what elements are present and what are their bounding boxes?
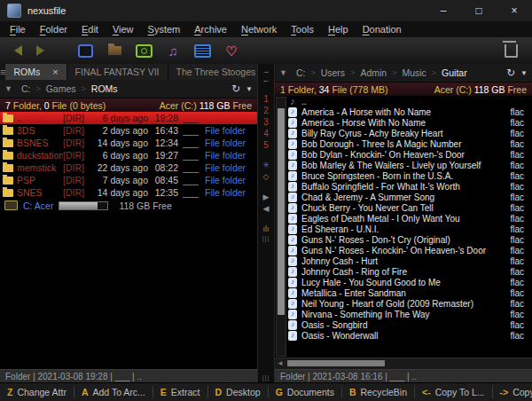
divider-number-3[interactable]: 3 bbox=[263, 116, 269, 128]
file-row-3ds[interactable]: 3DS[DIR]2 days ago16:43___File folder bbox=[0, 124, 257, 137]
menu-donation[interactable]: Donation bbox=[356, 24, 409, 35]
minimize-button[interactable]: – bbox=[426, 0, 461, 21]
divider-number-4[interactable]: 4 bbox=[263, 128, 269, 139]
file-row-eagles-of-death-metal-i-only-want-you[interactable]: ♪Eagles of Death Metal - I Only Want You… bbox=[288, 213, 532, 224]
play-right-icon[interactable]: ▶ bbox=[263, 192, 270, 203]
file-row-buffalo-springfield-for-what-it-s-worth[interactable]: ♪Buffalo Springfield - For What It-'s Wo… bbox=[288, 181, 532, 192]
menu-network[interactable]: Network bbox=[234, 24, 284, 35]
crumb-roms[interactable]: ROMs bbox=[86, 83, 123, 94]
file-row-america-horse-with-no-name[interactable]: ♪America - Horse With No Nameflac bbox=[288, 117, 532, 128]
menu-system[interactable]: System bbox=[141, 24, 188, 35]
hotkey-label: Change Attr bbox=[17, 387, 66, 397]
tab-close-icon[interactable]: × bbox=[52, 67, 58, 77]
dropdown-icon[interactable]: ▼ bbox=[520, 69, 528, 77]
vertical-scrollbar-thumb[interactable] bbox=[278, 108, 285, 315]
close-button[interactable]: × bbox=[497, 0, 532, 21]
maximize-button[interactable]: □ bbox=[461, 0, 497, 21]
tab-the-three-stooges[interactable]: The Three Stooges bbox=[168, 64, 265, 80]
file-row-oasis-wonderwall[interactable]: ♪Oasis - Wonderwallflac bbox=[288, 330, 532, 341]
diamond-icon[interactable]: ◇ bbox=[263, 171, 270, 183]
file-row-bob-dylan-knockin-on-heaven-s-door[interactable]: ♪Bob Dylan - Knockin-' On Heaven-'s Door… bbox=[288, 149, 532, 160]
divider-number-5[interactable]: 5 bbox=[263, 139, 269, 151]
dropdown-icon[interactable]: ▼ bbox=[246, 85, 253, 93]
refresh-icon[interactable]: ↻ bbox=[506, 67, 515, 79]
tab-final-fantasy-vii[interactable]: FINAL FANTASY VII bbox=[67, 64, 168, 80]
music-icon[interactable]: ♫ bbox=[164, 43, 182, 59]
file-row-nirvana-something-in-the-way[interactable]: ♪Nirvana - Something In The Wayflac bbox=[288, 309, 532, 319]
file-row-lucy-hale-you-sound-good-to-me[interactable]: ♪Lucy Hale - You Sound Good to Meflac bbox=[288, 277, 532, 287]
file-row-bruce-springsteen-born-in-the-u-s-a[interactable]: ♪Bruce Springsteen - Born in the U.S.A.f… bbox=[288, 170, 532, 181]
stats-bars-icon[interactable]: ılı bbox=[262, 224, 269, 235]
file-row-duckstation-wi[interactable]: duckstation-wi...[DIR]6 days ago19:27___… bbox=[0, 149, 257, 161]
file-row-[interactable]: ♪.. bbox=[288, 96, 532, 106]
file-row-bob-dorough-three-is-a-magic-number[interactable]: ♪Bob Dorough - Three Is A Magic Numberfl… bbox=[288, 138, 532, 149]
file-row-ed-sheeran-u-n-i[interactable]: ♪Ed Sheeran - U.N.I.flac bbox=[288, 224, 532, 234]
menu-file[interactable]: File bbox=[3, 24, 33, 35]
menu-help[interactable]: Help bbox=[321, 24, 356, 35]
file-row-guns-n-roses-knockin-on-heaven-s-door[interactable]: ♪Guns N-' Roses - Knockin-' On Heaven-'s… bbox=[288, 245, 532, 256]
pane-divider[interactable]: → ← 12345 ✳ ◇ ▶ ◀ ılı ||| ||| bbox=[257, 64, 275, 382]
hotkey-documents[interactable]: GDocuments bbox=[269, 386, 342, 398]
file-row-oasis-songbird[interactable]: ♪Oasis - Songbirdflac bbox=[288, 319, 532, 330]
file-row-johnny-cash-hurt[interactable]: ♪Johnny Cash - Hurtflac bbox=[288, 256, 532, 266]
file-row-snes[interactable]: SNES[DIR]14 days ago12:35___File folder bbox=[0, 186, 257, 199]
file-row-bob-marley-the-wailers-lively-up-yourself[interactable]: ♪Bob Marley & The Wailers - Lively up Yo… bbox=[288, 160, 532, 170]
divider-number-1[interactable]: 1 bbox=[263, 93, 269, 105]
menu-tools[interactable]: Tools bbox=[284, 24, 321, 35]
crumb-games[interactable]: Games bbox=[41, 83, 82, 94]
file-row-neil-young-heart-of-gold-2009-remaster[interactable]: ♪Neil Young - Heart of Gold (2009 Remast… bbox=[288, 298, 532, 309]
drive-bar[interactable]: C: Acer 118 GB Free bbox=[0, 199, 257, 212]
crumb-admin[interactable]: Admin bbox=[355, 67, 392, 78]
file-row-metallica-enter-sandman[interactable]: ♪Metallica - Enter Sandmanflac bbox=[288, 287, 532, 298]
refresh-icon[interactable]: ↻ bbox=[231, 83, 240, 95]
crumb-c[interactable]: C: bbox=[16, 83, 36, 94]
divider-grip[interactable]: ||| bbox=[262, 235, 270, 241]
folder-icon[interactable] bbox=[106, 43, 123, 59]
file-row-[interactable]: ..[DIR]6 days ago19:28___ bbox=[0, 112, 257, 124]
menu-folder[interactable]: Folder bbox=[33, 24, 74, 35]
hotkey-desktop[interactable]: DDesktop bbox=[208, 386, 269, 398]
hotkey-copy-to-l[interactable]: <-Copy To L... bbox=[415, 386, 492, 398]
divider-number-2[interactable]: 2 bbox=[263, 105, 269, 116]
file-row-johnny-cash-ring-of-fire[interactable]: ♪Johnny Cash - Ring of Fireflac bbox=[288, 266, 532, 277]
horizontal-scrollbar-thumb[interactable] bbox=[287, 360, 385, 366]
heart-icon[interactable]: ♡ bbox=[223, 43, 240, 59]
divider-grip-bottom[interactable]: ||| bbox=[262, 374, 270, 381]
hotkey-extract[interactable]: EExtract bbox=[153, 386, 208, 398]
file-row-psp[interactable]: PSP[DIR]7 days ago08:45___File folder bbox=[0, 174, 257, 186]
file-row-memstick[interactable]: memstick[DIR]22 days ago08:22___File fol… bbox=[0, 161, 257, 174]
file-row-guns-n-roses-don-t-cry-original[interactable]: ♪Guns N-' Roses - Don-'t Cry (Original)f… bbox=[288, 234, 532, 245]
file-row-chad-jeremy-a-summer-song[interactable]: ♪Chad & Jeremy - A Summer Songflac bbox=[288, 192, 532, 202]
asterisk-icon[interactable]: ✳ bbox=[262, 160, 270, 171]
file-row-chuck-berry-you-never-can-tell[interactable]: ♪Chuck Berry - You Never Can Tellflac bbox=[288, 202, 532, 213]
play-left-icon[interactable]: ◀ bbox=[263, 203, 270, 215]
menu-archive[interactable]: Archive bbox=[187, 24, 234, 35]
camera-icon[interactable] bbox=[135, 43, 153, 59]
horizontal-scrollbar[interactable]: ◄ bbox=[275, 358, 532, 369]
file-row-billy-ray-cyrus-achy-breaky-heart[interactable]: ♪Billy Ray Cyrus - Achy Breaky Heartflac bbox=[288, 128, 532, 138]
forward-icon[interactable] bbox=[36, 45, 44, 56]
crumb-guitar[interactable]: Guitar bbox=[436, 67, 473, 78]
crumb-c[interactable]: C: bbox=[291, 67, 311, 78]
trash-icon[interactable] bbox=[505, 44, 518, 58]
hotkey-add-to-arc[interactable]: AAdd To Arc... bbox=[74, 386, 153, 398]
crumb-users[interactable]: Users bbox=[316, 67, 350, 78]
hotkey-copy-to-rig[interactable]: ->Copy To Rig... bbox=[493, 386, 532, 398]
arrow-right-icon[interactable]: → bbox=[262, 67, 270, 75]
back-icon[interactable] bbox=[14, 45, 22, 56]
menu-edit[interactable]: Edit bbox=[74, 24, 106, 35]
vertical-scrollbar[interactable] bbox=[276, 97, 286, 357]
arrow-left-icon[interactable]: ← bbox=[262, 75, 270, 84]
tab-roms[interactable]: ROMs× bbox=[5, 64, 66, 80]
chevron-down-icon[interactable]: ▼ bbox=[4, 84, 12, 93]
hscroll-arrow-icon[interactable]: ◄ bbox=[277, 359, 284, 367]
hotkey-recyclebin[interactable]: BRecycleBin bbox=[342, 386, 415, 398]
file-row-america-a-horse-with-no-name[interactable]: ♪America - A Horse with No Nameflac bbox=[288, 106, 532, 117]
file-row-bsnes[interactable]: BSNES[DIR]14 days ago12:34___File folder bbox=[0, 137, 257, 149]
menu-view[interactable]: View bbox=[106, 24, 141, 35]
window-icon[interactable] bbox=[76, 43, 94, 59]
video-icon[interactable] bbox=[193, 43, 211, 59]
crumb-music[interactable]: Music bbox=[396, 67, 431, 78]
chevron-down-icon[interactable]: ▼ bbox=[279, 68, 287, 77]
hotkey-change-attr[interactable]: ZChange Attr bbox=[0, 386, 74, 398]
